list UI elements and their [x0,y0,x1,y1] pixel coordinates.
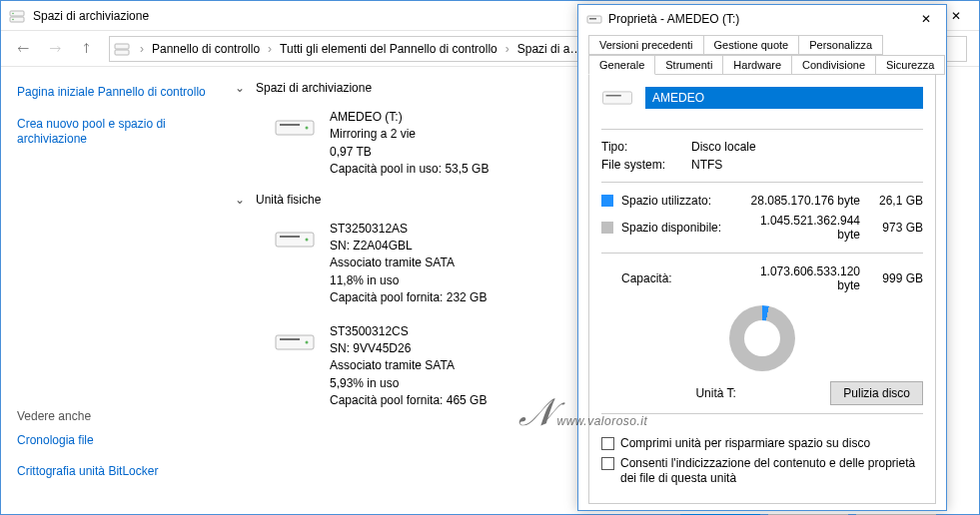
sidebar-link-home[interactable]: Pagina iniziale Pannello di controllo [17,85,210,101]
usage-pie-chart [729,305,795,371]
dialog-title: Proprietà - AMEDEO (T:) [608,12,906,26]
tab-tools[interactable]: Strumenti [654,55,723,75]
drive-icon [274,113,316,141]
tabs-row-top: Versioni precedenti Gestione quote Perso… [588,35,936,55]
disk-cleanup-button[interactable]: Pulizia disco [830,381,923,405]
svg-rect-0 [10,11,24,16]
breadcrumb-item[interactable]: Pannello di controllo [150,40,262,58]
index-checkbox[interactable] [601,457,614,470]
dialog-titlebar: Proprietà - AMEDEO (T:) ✕ [578,5,946,33]
sidebar: Pagina iniziale Pannello di controllo Cr… [1,67,226,514]
svg-point-14 [306,340,309,343]
svg-point-2 [12,12,14,14]
volume-name-input[interactable]: AMEDEO [645,87,923,109]
svg-rect-18 [606,95,621,97]
tab-security[interactable]: Sicurezza [875,55,945,75]
sidebar-link-bitlocker[interactable]: Crittografia unità BitLocker [17,464,210,480]
breadcrumb-item[interactable]: Spazi di a… [515,40,584,58]
svg-rect-10 [280,236,300,238]
chevron-down-icon: ⌄ [232,81,248,95]
sidebar-link-file-history[interactable]: Cronologia file [17,433,210,449]
svg-point-3 [12,18,14,20]
up-button[interactable]: 🡑 [73,35,101,63]
forward-button[interactable]: 🡒 [41,35,69,63]
drive-icon [274,327,316,355]
svg-rect-13 [280,338,300,340]
svg-rect-7 [280,124,300,126]
sidebar-link-create-pool[interactable]: Crea nuovo pool e spazio di archiviazion… [17,117,210,148]
tab-panel-general: AMEDEO Tipo:Disco locale File system:NTF… [588,74,936,504]
tab-hardware[interactable]: Hardware [722,55,792,75]
compress-checkbox[interactable] [601,437,614,450]
storage-icon [114,41,130,57]
watermark: 𝒩www.valoroso.it [519,391,647,435]
free-swatch [601,222,613,234]
chevron-down-icon: ⌄ [232,193,248,207]
drive-icon [601,87,633,109]
tab-previous-versions[interactable]: Versioni precedenti [588,35,704,55]
svg-rect-17 [603,92,632,104]
svg-point-11 [306,238,309,241]
svg-rect-4 [115,44,129,49]
svg-point-8 [306,127,309,130]
drive-icon [274,225,316,253]
breadcrumb-item[interactable]: Tutti gli elementi del Pannello di contr… [278,40,499,58]
svg-rect-5 [115,50,129,55]
svg-rect-16 [589,18,596,20]
tab-customize[interactable]: Personalizza [798,35,883,55]
tabs-row-bottom: Generale Strumenti Hardware Condivisione… [588,55,936,75]
tab-general[interactable]: Generale [588,55,655,75]
drive-icon [586,11,602,27]
see-also-label: Vedere anche [17,409,210,423]
tab-sharing[interactable]: Condivisione [791,55,876,75]
back-button[interactable]: 🡐 [9,35,37,63]
svg-rect-1 [10,17,24,22]
storage-spaces-icon [9,8,25,24]
dialog-buttons: OK Annulla Applica [578,504,946,515]
used-swatch [601,195,613,207]
tab-quota[interactable]: Gestione quote [703,35,800,55]
dialog-close-button[interactable]: ✕ [906,5,946,33]
